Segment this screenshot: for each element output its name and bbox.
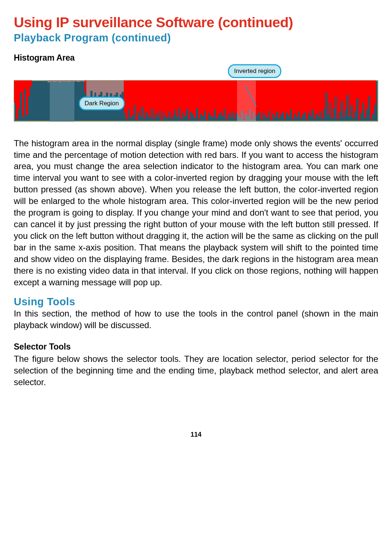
page-subtitle: Playback Program (continued) [14, 32, 378, 44]
histogram-bars [14, 81, 378, 121]
page-title: Using IP surveillance Software (continue… [14, 15, 378, 31]
heading-selector-tools: Selector Tools [14, 342, 378, 352]
heading-histogram-area: Histogram Area [14, 53, 378, 63]
page-number: 114 [14, 431, 378, 438]
callout-dark-region: Dark Region [79, 97, 125, 110]
callout-inverted-region: Inverted region [228, 64, 281, 78]
paragraph-histogram-description: The histogram area in the normal display… [14, 138, 378, 288]
heading-using-tools: Using Tools [14, 296, 378, 308]
paragraph-selector-tools: The figure below shows the selector tool… [14, 353, 378, 388]
histogram-chart[interactable]: Dark Region [14, 80, 378, 122]
paragraph-using-tools-intro: In this section, the method of how to us… [14, 308, 378, 331]
histogram-figure: Inverted region Dark Region [14, 72, 377, 122]
